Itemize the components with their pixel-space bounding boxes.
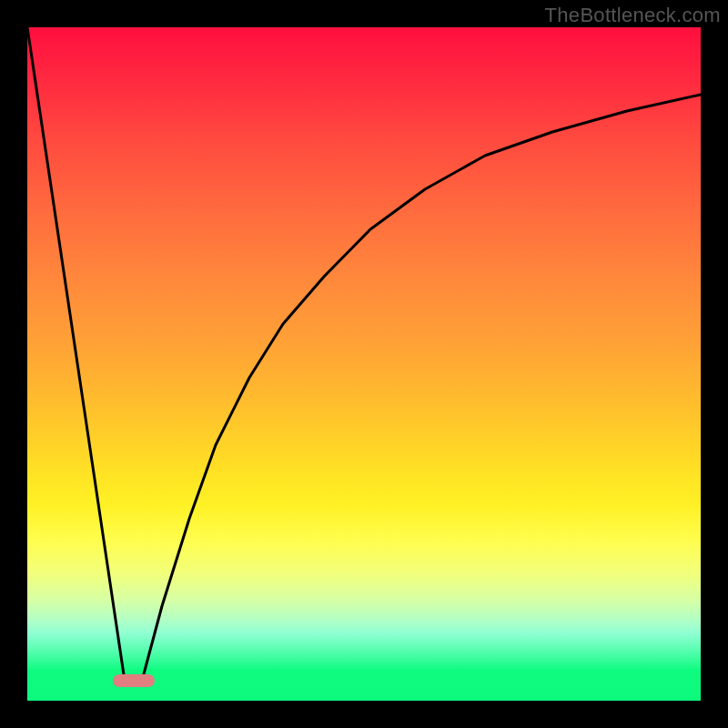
chart-frame: TheBottleneck.com [0,0,728,728]
watermark-text: TheBottleneck.com [545,4,721,27]
curve-layer [27,27,701,701]
plot-area [27,27,701,701]
minimum-marker [113,674,155,687]
left-line-path [27,27,125,681]
right-curve-path [142,95,701,681]
